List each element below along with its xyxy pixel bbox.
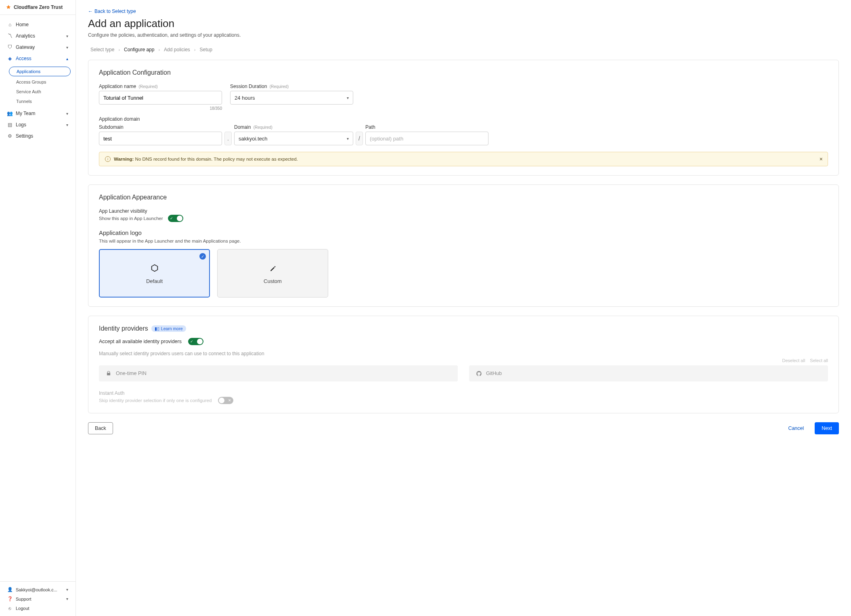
logo-desc: This will appear in the App Launcher and… (99, 239, 828, 243)
instant-auth-title: Instant Auth (99, 390, 828, 396)
chevron-down-icon: ▾ (66, 34, 68, 38)
idp-github[interactable]: GitHub (469, 365, 828, 381)
idp-manual-desc: Manually select identity providers users… (99, 351, 828, 356)
warning-icon: i (105, 156, 111, 162)
chevron-down-icon: ▾ (66, 111, 68, 116)
toggle-knob (197, 339, 203, 344)
analytics-icon: 〽 (7, 34, 13, 39)
dns-warning: i Warning: No DNS record found for this … (99, 152, 828, 166)
brand-header: Cloudflare Zero Trust (0, 0, 75, 15)
gear-icon: ⚙ (7, 134, 13, 139)
subnav-access-groups[interactable]: Access Groups (0, 77, 75, 87)
learn-more-badge[interactable]: ▮▯ Learn more (151, 325, 186, 332)
domain-select[interactable]: sakkyoi.tech ▾ (234, 132, 353, 145)
visibility-toggle[interactable]: ✓ (168, 215, 183, 222)
app-appearance-card: Application Appearance App Launcher visi… (88, 184, 839, 307)
toggle-knob (177, 216, 182, 221)
nav-logs[interactable]: ▤ Logs ▾ (0, 119, 75, 130)
sidebar: Cloudflare Zero Trust ⌂ Home 〽 Analytics… (0, 0, 76, 616)
idp-card: Identity providers ▮▯ Learn more Accept … (88, 316, 839, 413)
chevron-right-icon: › (194, 47, 196, 52)
accept-all-label: Accept all available identity providers (99, 339, 182, 344)
step-select-type[interactable]: Select type (90, 47, 114, 52)
chevron-right-icon: › (158, 47, 160, 52)
sidebar-footer: 👤 Sakkyoi@outlook.c... ▾ ❓ Support ▾ ⎋ L… (0, 581, 75, 616)
selected-badge-icon: ✓ (199, 253, 206, 260)
instant-auth-desc: Skip identity provider selection if only… (99, 398, 212, 403)
nav-my-team[interactable]: 👥 My Team ▾ (0, 108, 75, 119)
dot-separator: . (224, 132, 232, 145)
chevron-down-icon: ▾ (66, 45, 68, 50)
chevron-up-icon: ▴ (66, 57, 68, 61)
logout-icon: ⎋ (7, 606, 13, 611)
check-icon: ✓ (170, 216, 173, 220)
footer-bar: Back Cancel Next (88, 422, 839, 434)
app-config-card: Application Configuration Application na… (88, 60, 839, 176)
page-desc: Configure the policies, authentication, … (88, 32, 839, 38)
logo-option-default[interactable]: ✓ Default (99, 249, 210, 298)
nav-gateway[interactable]: ⛉ Gateway ▾ (0, 42, 75, 53)
idp-title: Identity providers ▮▯ Learn more (99, 325, 828, 332)
nav-settings[interactable]: ⚙ Settings (0, 130, 75, 142)
session-duration-select[interactable]: 24 hours ▾ (230, 91, 353, 105)
footer-user[interactable]: 👤 Sakkyoi@outlook.c... ▾ (0, 585, 75, 594)
chevron-down-icon: ▾ (66, 123, 68, 127)
step-setup[interactable]: Setup (200, 47, 212, 52)
book-icon: ▮▯ (155, 326, 159, 331)
app-appearance-title: Application Appearance (99, 194, 828, 201)
lock-icon (105, 370, 112, 377)
access-icon: ◈ (7, 56, 13, 61)
visibility-desc: Show this app in App Launcher (99, 216, 163, 221)
next-button[interactable]: Next (815, 422, 839, 434)
subnav-service-auth[interactable]: Service Auth (0, 87, 75, 96)
idp-grid: One-time PIN GitHub (99, 365, 828, 381)
caret-down-icon: ▾ (347, 96, 349, 100)
instant-auth-toggle[interactable]: ✕ (218, 397, 233, 404)
close-warning-button[interactable]: × (820, 156, 823, 162)
check-icon: ✓ (190, 339, 193, 344)
nav-analytics[interactable]: 〽 Analytics ▾ (0, 30, 75, 42)
footer-logout[interactable]: ⎋ Logout (0, 603, 75, 613)
logo-options: ✓ Default Custom (99, 249, 828, 298)
select-all-link[interactable]: Select all (810, 358, 828, 363)
subnav-tunnels[interactable]: Tunnels (0, 96, 75, 106)
x-icon: ✕ (228, 398, 231, 402)
path-input[interactable] (365, 132, 488, 145)
step-add-policies[interactable]: Add policies (164, 47, 190, 52)
deselect-all-link[interactable]: Deselect all (782, 358, 805, 363)
chevron-right-icon: › (118, 47, 120, 52)
subdomain-label: Subdomain (99, 124, 222, 130)
arrow-left-icon: ← (88, 8, 93, 14)
team-icon: 👥 (7, 111, 13, 116)
nav-access[interactable]: ◈ Access ▴ (0, 53, 75, 64)
chevron-down-icon: ▾ (66, 587, 68, 592)
slash-separator: / (356, 132, 363, 145)
cancel-button[interactable]: Cancel (781, 422, 811, 434)
access-subnav: Applications Access Groups Service Auth … (0, 64, 75, 108)
home-icon: ⌂ (7, 22, 13, 27)
github-icon (476, 370, 482, 377)
nav: ⌂ Home 〽 Analytics ▾ ⛉ Gateway ▾ ◈ Acces… (0, 15, 75, 581)
accept-all-toggle[interactable]: ✓ (188, 338, 203, 345)
app-name-input[interactable] (99, 91, 222, 105)
wizard-steps: Select type › Configure app › Add polici… (88, 47, 839, 52)
app-domain-label: Application domain (99, 116, 828, 122)
idp-one-time-pin[interactable]: One-time PIN (99, 365, 458, 381)
subdomain-input[interactable] (99, 132, 222, 145)
logo-title: Application logo (99, 229, 828, 236)
user-icon: 👤 (7, 587, 13, 592)
cloudflare-logo-icon (6, 4, 11, 10)
back-link[interactable]: ← Back to Select type (88, 8, 136, 14)
nav-home[interactable]: ⌂ Home (0, 19, 75, 30)
session-duration-label: Session Duration (Required) (230, 84, 353, 89)
main-content: ← Back to Select type Add an application… (76, 0, 851, 616)
logo-option-custom[interactable]: Custom (217, 249, 328, 298)
path-label: Path (365, 124, 488, 130)
brand-text: Cloudflare Zero Trust (14, 4, 63, 10)
cube-icon (149, 263, 160, 273)
step-configure-app[interactable]: Configure app (124, 47, 154, 52)
idp-actions: Deselect all Select all (99, 358, 828, 363)
subnav-applications[interactable]: Applications (9, 67, 71, 76)
footer-support[interactable]: ❓ Support ▾ (0, 594, 75, 603)
back-button[interactable]: Back (88, 422, 113, 434)
